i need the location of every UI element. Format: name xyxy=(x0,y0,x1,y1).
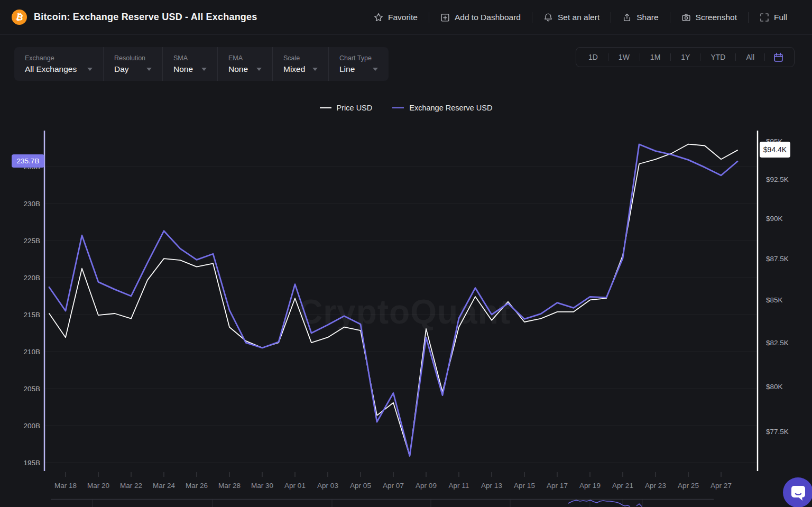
chart-legend: Price USD Exchange Reserve USD xyxy=(0,104,812,112)
filter-exchange[interactable]: Exchange All Exchanges xyxy=(14,47,103,81)
x-axis-label: Apr 03 xyxy=(317,482,338,490)
price-legend-dash xyxy=(320,107,331,108)
y-axis-right-label: $82.5K xyxy=(766,339,789,347)
share-button[interactable]: Share xyxy=(611,13,669,22)
screenshot-button[interactable]: Screenshot xyxy=(670,13,748,22)
filter-bar: Exchange All Exchanges Resolution Day SM… xyxy=(14,47,389,81)
calendar-button[interactable] xyxy=(765,52,792,63)
filter-scale-label: Scale xyxy=(283,54,318,62)
range-1d[interactable]: 1D xyxy=(578,48,608,67)
y-axis-left-label: 195B xyxy=(23,459,40,467)
chart-title-group: ₿ Bitcoin: Exchange Reserve USD - All Ex… xyxy=(12,10,257,25)
filter-chart-type-value: Line xyxy=(339,64,355,74)
range-selector: 1D 1W 1M 1Y YTD All xyxy=(576,47,795,67)
range-1y[interactable]: 1Y xyxy=(671,48,700,67)
navigator-sparkline-blip xyxy=(636,504,642,506)
price-line xyxy=(49,144,737,456)
x-axis-label: Mar 26 xyxy=(186,482,208,490)
chevron-down-icon xyxy=(256,68,262,71)
y-axis-left-label: 205B xyxy=(23,385,40,393)
filter-sma-label: SMA xyxy=(173,54,207,62)
chevron-down-icon xyxy=(312,68,318,71)
range-all[interactable]: All xyxy=(736,48,764,67)
x-axis-label: Apr 05 xyxy=(350,482,371,490)
x-axis-label: Mar 24 xyxy=(153,482,176,490)
legend-item-reserve[interactable]: Exchange Reserve USD xyxy=(392,104,492,112)
filter-ema-label: EMA xyxy=(228,54,262,62)
filter-chart-type-label: Chart Type xyxy=(339,54,378,62)
x-axis-label: Apr 13 xyxy=(481,482,502,490)
page-title: Bitcoin: Exchange Reserve USD - All Exch… xyxy=(34,12,257,23)
x-axis-label: Apr 21 xyxy=(612,482,633,490)
x-axis-label: Apr 25 xyxy=(678,482,699,490)
filter-exchange-value: All Exchanges xyxy=(25,64,77,74)
chevron-down-icon xyxy=(373,68,378,71)
set-alert-label: Set an alert xyxy=(558,13,599,22)
filter-resolution-value: Day xyxy=(114,64,129,74)
y-axis-left-label: 200B xyxy=(23,422,40,430)
range-1m[interactable]: 1M xyxy=(640,48,670,67)
x-axis-label: Apr 23 xyxy=(645,482,666,490)
x-axis-label: Apr 15 xyxy=(514,482,535,490)
filter-ema-value: None xyxy=(228,64,248,74)
favorite-label: Favorite xyxy=(388,13,418,22)
y-axis-right-label: $85K xyxy=(766,296,783,304)
legend-item-price[interactable]: Price USD xyxy=(320,104,373,112)
add-to-dashboard-label: Add to Dashboard xyxy=(455,13,521,22)
chevron-down-icon xyxy=(201,68,207,71)
range-1w[interactable]: 1W xyxy=(608,48,640,67)
add-to-dashboard-button[interactable]: Add to Dashboard xyxy=(429,13,532,22)
bitcoin-icon: ₿ xyxy=(12,10,27,25)
x-axis-label: Apr 01 xyxy=(284,482,306,490)
y-axis-left-label: 210B xyxy=(23,348,40,356)
filter-scale[interactable]: Scale Mixed xyxy=(272,47,328,81)
filter-ema[interactable]: EMA None xyxy=(217,47,272,81)
add-to-dashboard-icon xyxy=(440,13,450,22)
filter-sma[interactable]: SMA None xyxy=(162,47,217,81)
fullscreen-button[interactable]: Full xyxy=(749,13,798,22)
range-ytd[interactable]: YTD xyxy=(700,48,735,67)
calendar-icon xyxy=(773,52,784,63)
price-legend-label: Price USD xyxy=(337,104,373,112)
filter-resolution[interactable]: Resolution Day xyxy=(103,47,162,81)
favorite-button[interactable]: Favorite xyxy=(363,13,429,22)
x-axis-label: Apr 11 xyxy=(449,482,469,490)
camera-icon xyxy=(681,13,691,22)
x-axis-label: Apr 07 xyxy=(383,482,404,490)
reserve-legend-label: Exchange Reserve USD xyxy=(409,104,492,112)
set-alert-button[interactable]: Set an alert xyxy=(532,13,611,22)
fullscreen-icon xyxy=(760,13,769,22)
filter-scale-value: Mixed xyxy=(283,64,305,74)
x-axis-label: Mar 20 xyxy=(87,482,109,490)
navigator-sparkline xyxy=(568,500,630,506)
share-label: Share xyxy=(636,13,658,22)
x-axis-label: Mar 18 xyxy=(54,482,77,490)
filter-sma-value: None xyxy=(173,64,193,74)
toolbar: Favorite Add to Dashboard Set an alert S… xyxy=(363,12,798,23)
y-axis-left-label: 225B xyxy=(23,237,40,245)
reserve-line xyxy=(49,144,737,456)
chat-icon xyxy=(790,484,807,502)
x-axis-label: Apr 27 xyxy=(710,482,732,490)
filter-resolution-label: Resolution xyxy=(114,54,152,62)
bell-icon xyxy=(543,13,553,22)
y-axis-right-label: $80K xyxy=(766,383,783,391)
star-icon xyxy=(374,13,383,22)
reserve-value-badge: 235.7B xyxy=(12,154,44,168)
watermark-text: CryptoQuant xyxy=(298,293,511,331)
x-axis-label: Mar 22 xyxy=(120,482,142,490)
top-bar: ₿ Bitcoin: Exchange Reserve USD - All Ex… xyxy=(0,0,812,35)
y-axis-right-label: $87.5K xyxy=(766,255,789,263)
x-axis-label: Mar 30 xyxy=(251,482,273,490)
chevron-down-icon xyxy=(87,68,93,71)
y-axis-right-label: $92.5K xyxy=(766,176,789,183)
share-icon xyxy=(622,13,632,22)
price-value-badge: $94.4K xyxy=(760,142,790,158)
chat-bubble-button[interactable] xyxy=(783,477,812,507)
y-axis-left-label: 220B xyxy=(23,274,40,282)
y-axis-right-label: $90K xyxy=(766,215,783,223)
filter-chart-type[interactable]: Chart Type Line xyxy=(328,47,389,81)
filter-exchange-label: Exchange xyxy=(25,54,93,62)
x-axis-label: Apr 19 xyxy=(579,482,601,490)
screenshot-label: Screenshot xyxy=(696,13,737,22)
